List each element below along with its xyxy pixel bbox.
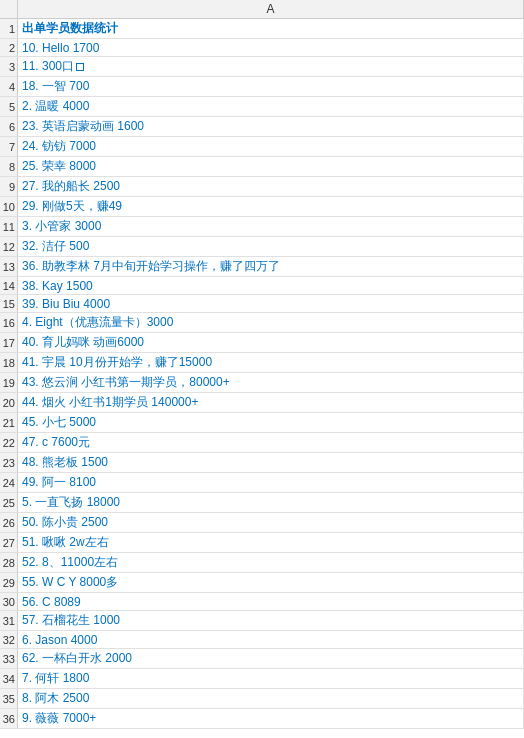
table-row: 1539. Biu Biu 4000 (0, 295, 524, 313)
table-row: 825. 荣幸 8000 (0, 157, 524, 177)
table-row: 2247. c 7600元 (0, 433, 524, 453)
table-row: 623. 英语启蒙动画 1600 (0, 117, 524, 137)
table-row: 347. 何轩 1800 (0, 669, 524, 689)
col-header-a: A (18, 0, 524, 18)
row-number: 27 (0, 533, 18, 552)
table-row: 3157. 石榴花生 1000 (0, 611, 524, 631)
spreadsheet: A 1出单学员数据统计210. Hello 1700311. 300口418. … (0, 0, 524, 729)
table-row: 210. Hello 1700 (0, 39, 524, 57)
row-number: 21 (0, 413, 18, 432)
row-number: 5 (0, 97, 18, 116)
row-number: 26 (0, 513, 18, 532)
row-number: 14 (0, 277, 18, 294)
row-cell: 43. 悠云涧 小红书第一期学员，80000+ (18, 373, 524, 392)
table-row: 1232. 洁仔 500 (0, 237, 524, 257)
table-row: 2044. 烟火 小红书1期学员 140000+ (0, 393, 524, 413)
table-row: 2751. 啾啾 2w左右 (0, 533, 524, 553)
row-cell: 2. 温暖 4000 (18, 97, 524, 116)
row-cell: 41. 宇晨 10月份开始学，赚了15000 (18, 353, 524, 372)
row-cell: 45. 小七 5000 (18, 413, 524, 432)
table-row: 418. 一智 700 (0, 77, 524, 97)
row-cell: 48. 熊老板 1500 (18, 453, 524, 472)
row-cell: 29. 刚做5天，赚49 (18, 197, 524, 216)
row-number: 16 (0, 313, 18, 332)
table-row: 164. Eight（优惠流量卡）3000 (0, 313, 524, 333)
row-cell: 4. Eight（优惠流量卡）3000 (18, 313, 524, 332)
row-cell: 47. c 7600元 (18, 433, 524, 452)
row-number: 30 (0, 593, 18, 610)
table-row: 2449. 阿一 8100 (0, 473, 524, 493)
row-cell: 7. 何轩 1800 (18, 669, 524, 688)
table-row: 2348. 熊老板 1500 (0, 453, 524, 473)
table-row: 1336. 助教李林 7月中旬开始学习操作，赚了四万了 (0, 257, 524, 277)
table-row: 1438. Kay 1500 (0, 277, 524, 295)
table-row: 52. 温暖 4000 (0, 97, 524, 117)
table-row: 2852. 8、11000左右 (0, 553, 524, 573)
table-row: 1029. 刚做5天，赚49 (0, 197, 524, 217)
row-number: 8 (0, 157, 18, 176)
table-row: 358. 阿木 2500 (0, 689, 524, 709)
row-cell: 出单学员数据统计 (18, 19, 524, 38)
row-number: 29 (0, 573, 18, 592)
row-cell: 25. 荣幸 8000 (18, 157, 524, 176)
row-number: 35 (0, 689, 18, 708)
row-cell: 57. 石榴花生 1000 (18, 611, 524, 630)
row-cell: 50. 陈小贵 2500 (18, 513, 524, 532)
row-number: 23 (0, 453, 18, 472)
row-cell: 36. 助教李林 7月中旬开始学习操作，赚了四万了 (18, 257, 524, 276)
row-number: 15 (0, 295, 18, 312)
table-row: 369. 薇薇 7000+ (0, 709, 524, 729)
row-cell: 39. Biu Biu 4000 (18, 295, 524, 312)
row-number: 24 (0, 473, 18, 492)
table-row: 255. 一直飞扬 18000 (0, 493, 524, 513)
row-number: 20 (0, 393, 18, 412)
table-row: 1出单学员数据统计 (0, 19, 524, 39)
row-cell: 23. 英语启蒙动画 1600 (18, 117, 524, 136)
row-number: 9 (0, 177, 18, 196)
row-number: 32 (0, 631, 18, 648)
row-number: 33 (0, 649, 18, 668)
row-num-header (0, 0, 18, 18)
row-number: 2 (0, 39, 18, 56)
row-number: 7 (0, 137, 18, 156)
row-number: 22 (0, 433, 18, 452)
row-cell: 5. 一直飞扬 18000 (18, 493, 524, 512)
row-cell: 9. 薇薇 7000+ (18, 709, 524, 728)
row-number: 13 (0, 257, 18, 276)
row-number: 28 (0, 553, 18, 572)
row-number: 12 (0, 237, 18, 256)
table-row: 2955. W C Y 8000多 (0, 573, 524, 593)
row-number: 10 (0, 197, 18, 216)
row-cell: 11. 300口 (18, 57, 524, 76)
row-cell: 51. 啾啾 2w左右 (18, 533, 524, 552)
table-row: 2650. 陈小贵 2500 (0, 513, 524, 533)
row-number: 18 (0, 353, 18, 372)
row-cell: 8. 阿木 2500 (18, 689, 524, 708)
row-number: 25 (0, 493, 18, 512)
row-cell: 55. W C Y 8000多 (18, 573, 524, 592)
row-cell: 3. 小管家 3000 (18, 217, 524, 236)
table-row: 311. 300口 (0, 57, 524, 77)
row-number: 11 (0, 217, 18, 236)
row-cell: 18. 一智 700 (18, 77, 524, 96)
row-number: 31 (0, 611, 18, 630)
table-row: 724. 钫钫 7000 (0, 137, 524, 157)
row-cell: 32. 洁仔 500 (18, 237, 524, 256)
box-icon (76, 63, 84, 71)
row-cell: 6. Jason 4000 (18, 631, 524, 648)
table-row: 1943. 悠云涧 小红书第一期学员，80000+ (0, 373, 524, 393)
row-number: 4 (0, 77, 18, 96)
row-number: 3 (0, 57, 18, 76)
row-number: 19 (0, 373, 18, 392)
table-row: 1841. 宇晨 10月份开始学，赚了15000 (0, 353, 524, 373)
row-cell: 40. 育儿妈咪 动画6000 (18, 333, 524, 352)
table-row: 113. 小管家 3000 (0, 217, 524, 237)
row-cell: 52. 8、11000左右 (18, 553, 524, 572)
table-row: 326. Jason 4000 (0, 631, 524, 649)
row-number: 1 (0, 19, 18, 38)
row-cell: 44. 烟火 小红书1期学员 140000+ (18, 393, 524, 412)
table-row: 927. 我的船长 2500 (0, 177, 524, 197)
table-row: 2145. 小七 5000 (0, 413, 524, 433)
row-cell: 49. 阿一 8100 (18, 473, 524, 492)
row-cell: 24. 钫钫 7000 (18, 137, 524, 156)
